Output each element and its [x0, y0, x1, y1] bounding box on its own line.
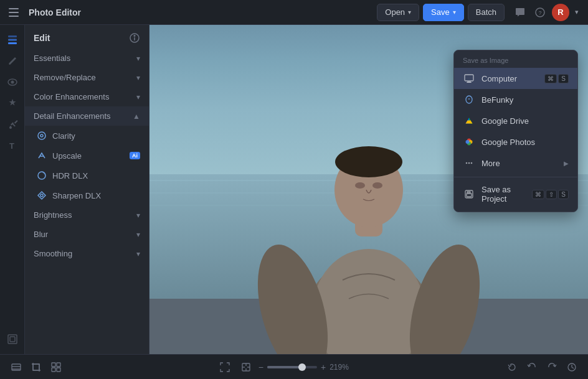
info-icon[interactable]	[129, 32, 140, 44]
computer-shortcut: ⌘S	[544, 74, 569, 83]
history-icon[interactable]	[563, 358, 581, 376]
ai-badge: Ai	[130, 152, 140, 159]
svg-point-44	[466, 140, 470, 144]
avatar[interactable]: R	[552, 4, 569, 21]
section-detail-enhancements[interactable]: Detail Enhancements ▲	[25, 106, 149, 126]
panel-header: Edit	[25, 25, 149, 49]
undo-icon[interactable]	[523, 358, 541, 376]
redo-icon[interactable]	[543, 358, 561, 376]
svg-point-47	[471, 162, 473, 164]
dropdown-item-befunky[interactable]: BeFunky	[454, 89, 577, 110]
sub-item-upscale[interactable]: Upscale Ai	[25, 146, 149, 166]
left-panel: Edit Essentials ▾ Remove/Replace ▾ Color…	[25, 25, 149, 354]
save-chevron-icon: ▾	[453, 9, 456, 16]
google-drive-icon	[463, 115, 475, 127]
batch-button[interactable]: Batch	[468, 4, 505, 21]
section-essentials[interactable]: Essentials ▾	[25, 49, 149, 68]
help-icon-btn[interactable]: ?	[531, 3, 549, 22]
zoom-percent: 219%	[330, 363, 352, 372]
svg-point-15	[134, 35, 135, 37]
sidebar-icon-paint[interactable]	[2, 115, 22, 134]
crop-bottom-icon[interactable]	[27, 358, 45, 376]
topbar: Photo Editor Open ▾ Save ▾ Batch ? R ▾	[0, 0, 588, 25]
sub-item-sharpen-dlx[interactable]: Sharpen DLX	[25, 185, 149, 205]
dropdown-item-computer[interactable]: Computer ⌘S	[454, 68, 577, 89]
bottom-right-tools	[503, 358, 581, 376]
dropdown-divider	[454, 177, 577, 177]
zoom-slider[interactable]	[267, 366, 317, 368]
sub-item-clarity[interactable]: Clarity	[25, 126, 149, 146]
dropdown-item-more[interactable]: More ▶	[454, 152, 577, 174]
bottom-left-tools	[7, 358, 65, 376]
crop-resize-icon[interactable]	[237, 358, 255, 376]
svg-point-33	[335, 146, 402, 177]
avatar-more-icon[interactable]: ▾	[571, 6, 583, 19]
svg-rect-56	[57, 363, 60, 367]
svg-rect-36	[465, 75, 473, 81]
sidebar-icon-eye[interactable]	[2, 72, 22, 92]
history-back-icon[interactable]	[503, 358, 521, 376]
color-chevron-icon: ▾	[136, 93, 140, 101]
svg-point-16	[38, 132, 45, 139]
section-remove-replace[interactable]: Remove/Replace ▾	[25, 68, 149, 87]
section-remove-replace-label: Remove/Replace	[34, 73, 96, 82]
svg-rect-12	[10, 337, 15, 342]
sidebar-icon-brush[interactable]	[2, 51, 22, 71]
panel-title: Edit	[34, 33, 50, 43]
fit-screen-icon[interactable]	[216, 358, 234, 376]
hdr-dlx-icon	[36, 170, 47, 181]
zoom-in-icon[interactable]: +	[321, 362, 326, 372]
svg-point-31	[355, 182, 365, 189]
save-dropdown-menu: Save as Image Computer ⌘S	[453, 50, 578, 212]
svg-rect-38	[467, 82, 472, 83]
section-color-label: Color Enhancements	[34, 92, 109, 101]
svg-rect-57	[52, 368, 55, 372]
section-smoothing-label: Smoothing	[34, 249, 72, 258]
section-blur[interactable]: Blur ▾	[25, 225, 149, 244]
smoothing-chevron-icon: ▾	[136, 250, 140, 258]
svg-point-45	[466, 162, 468, 164]
svg-rect-55	[52, 363, 55, 367]
grid-bottom-icon[interactable]	[47, 358, 65, 376]
detail-chevron-icon: ▲	[133, 112, 140, 121]
svg-rect-54	[33, 364, 39, 370]
svg-point-46	[468, 162, 470, 164]
section-smoothing[interactable]: Smoothing ▾	[25, 244, 149, 263]
section-brightness[interactable]: Brightness ▾	[25, 205, 149, 225]
save-as-image-label: Save as Image	[454, 54, 577, 68]
topbar-icons: ? R ▾	[511, 3, 583, 22]
section-brightness-label: Brightness	[34, 210, 72, 220]
sidebar-icon-layers[interactable]	[2, 30, 22, 50]
section-essentials-label: Essentials	[34, 54, 70, 63]
sub-item-hdr-dlx[interactable]: HDR DLX	[25, 166, 149, 185]
layers-bottom-icon[interactable]	[7, 358, 25, 376]
sidebar-icon-effects[interactable]	[2, 93, 22, 113]
svg-rect-11	[8, 335, 17, 344]
sidebar-icon-frame[interactable]	[2, 329, 22, 349]
save-project-icon	[463, 188, 475, 200]
sidebar-icon-text[interactable]: T	[2, 136, 22, 156]
blur-chevron-icon: ▾	[136, 230, 140, 239]
open-button[interactable]: Open ▾	[377, 4, 419, 21]
topbar-left: Photo Editor	[5, 4, 85, 21]
menu-icon[interactable]	[5, 4, 22, 21]
image-canvas[interactable]: Save as Image Computer ⌘S	[149, 25, 588, 354]
message-icon-btn[interactable]	[511, 3, 529, 22]
svg-point-32	[372, 182, 382, 189]
svg-rect-50	[467, 192, 470, 193]
clarity-icon	[36, 130, 47, 141]
svg-point-20	[40, 194, 43, 197]
section-color-enhancements[interactable]: Color Enhancements ▾	[25, 87, 149, 106]
dropdown-item-google-photos[interactable]: Google Photos	[454, 131, 577, 152]
save-button[interactable]: Save ▾	[423, 4, 464, 21]
zoom-out-icon[interactable]: −	[258, 362, 263, 372]
section-blur-label: Blur	[34, 230, 48, 239]
brightness-chevron-icon: ▾	[136, 211, 140, 220]
svg-text:?: ?	[538, 10, 541, 16]
svg-point-9	[11, 81, 14, 84]
dropdown-item-save-project[interactable]: Save as Project ⌘⇧S	[454, 180, 577, 208]
dropdown-item-google-drive[interactable]: Google Drive	[454, 110, 577, 131]
more-icon	[463, 157, 475, 169]
zoom-controls: − + 219%	[216, 358, 352, 376]
svg-rect-1	[9, 12, 19, 13]
